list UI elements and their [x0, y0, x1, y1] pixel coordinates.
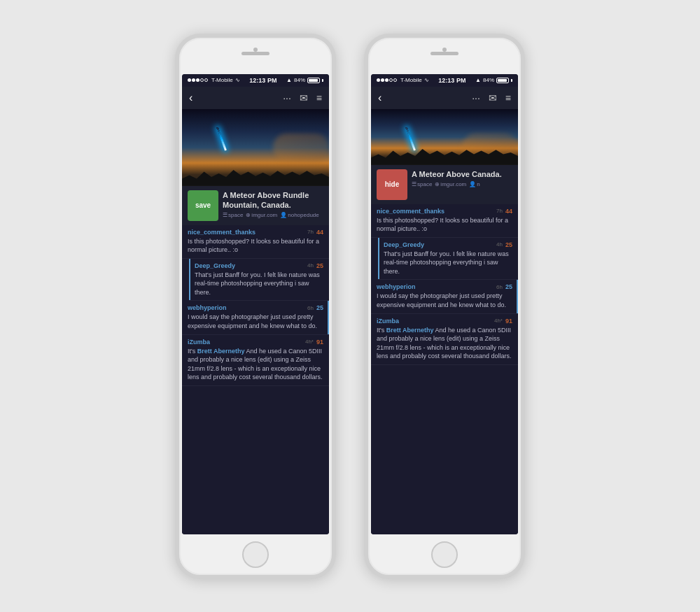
post-info-right: hide A Meteor Above Canada. ☰ space ⊕ im… [371, 165, 518, 204]
time-right: 12:13 PM [438, 77, 465, 84]
comments-right: nice_comment_thanks 7h 44 Is this photos… [371, 204, 518, 534]
tag-user-left[interactable]: 👤 nohopedude [280, 212, 319, 218]
signal-dot-r5 [393, 78, 397, 82]
comment-3-time-left: 6h [307, 305, 314, 311]
location-icon-right: ▲ [475, 77, 481, 83]
tag-user-right[interactable]: 👤 n [469, 181, 479, 187]
comment-1-meta-right: 7h 44 [496, 208, 512, 215]
comment-2-time-right: 4h [496, 241, 503, 248]
screen-left: T-Mobile ∿ 12:13 PM ▲ 84% ‹ ··· [182, 74, 329, 534]
wifi-icon-left: ∿ [235, 77, 240, 83]
comment-4-score-right: 91 [505, 318, 512, 325]
time-left: 12:13 PM [249, 77, 276, 84]
phone-left: T-Mobile ∿ 12:13 PM ▲ 84% ‹ ··· [175, 34, 336, 579]
comment-1-username-right[interactable]: nice_comment_thanks [377, 208, 444, 215]
comment-3-header-left: webhyperion 6h 25 [188, 304, 323, 311]
comment-1-header-right: nice_comment_thanks 7h 44 [377, 208, 512, 215]
comment-4-time-right: 4h* [494, 318, 503, 324]
comment-4-text-right: It's Brett Abernethy And he used a Canon… [377, 326, 512, 361]
tag-imgur-label-left: imgur.com [251, 212, 277, 218]
battery-fill-right [498, 79, 507, 82]
signal-dot-5 [204, 78, 208, 82]
comment-2-time-left: 4h [307, 262, 314, 269]
comment-3-username-right[interactable]: webhyperion [377, 283, 416, 290]
signal-dot-3 [196, 78, 200, 82]
battery-pct-left: 84% [294, 77, 305, 83]
comment-3-left: webhyperion 6h 25 I would say the photog… [182, 301, 329, 334]
comment-4-score-left: 91 [316, 339, 323, 346]
status-right-left: ▲ 84% [286, 77, 323, 83]
more-icon-left[interactable]: ··· [283, 92, 291, 104]
tag-icon-left: ☰ [223, 212, 227, 218]
comment-1-username-left[interactable]: nice_comment_thanks [188, 229, 255, 236]
tag-imgur-right[interactable]: ⊕ imgur.com [435, 181, 466, 187]
battery-fill-left [309, 79, 318, 82]
tag-imgur-icon-left: ⊕ [246, 212, 251, 218]
home-button-left[interactable] [242, 541, 269, 568]
signal-dot-r1 [377, 78, 380, 82]
signal-left [188, 78, 208, 82]
mail-icon-right[interactable]: ✉ [489, 92, 497, 104]
status-right-right: ▲ 84% [475, 77, 512, 83]
hide-button-right[interactable]: hide [377, 169, 407, 200]
photo-left [182, 109, 329, 186]
home-button-right[interactable] [431, 541, 458, 568]
battery-tip-right [511, 79, 512, 82]
comment-2-text-left: That's just Banff for you. I felt like n… [195, 271, 323, 297]
tag-imgur-icon-right: ⊕ [435, 181, 440, 187]
tag-space-left[interactable]: ☰ space [223, 212, 243, 218]
status-bar-left: T-Mobile ∿ 12:13 PM ▲ 84% [182, 74, 329, 87]
comment-1-header-left: nice_comment_thanks 7h 44 [188, 229, 323, 236]
status-bar-right: T-Mobile ∿ 12:13 PM ▲ 84% [371, 74, 518, 87]
comment-1-score-right: 44 [505, 208, 512, 215]
comment-4-meta-right: 4h* 91 [494, 318, 512, 325]
speaker-right [430, 52, 458, 55]
comment-3-meta-right: 6h 25 [496, 283, 512, 290]
comment-4-text-left: It's Brett Abernethy And he used a Canon… [188, 347, 323, 382]
mail-icon-left[interactable]: ✉ [300, 92, 308, 104]
meteor-left [216, 127, 227, 150]
tag-space-right[interactable]: ☰ space [412, 181, 432, 187]
tag-space-label-left: space [228, 212, 243, 218]
battery-bar-left [307, 78, 320, 83]
back-button-right[interactable]: ‹ [378, 92, 382, 104]
more-icon-right[interactable]: ··· [472, 92, 480, 104]
comment-3-username-left[interactable]: webhyperion [188, 304, 227, 311]
comment-4-meta-left: 4h* 91 [305, 339, 323, 346]
carrier-right: T-Mobile [400, 77, 422, 83]
comment-2-meta-right: 4h 25 [496, 241, 512, 248]
comment-3-score-right: 25 [505, 283, 512, 290]
speaker-left [241, 52, 270, 55]
battery-pct-right: 84% [483, 77, 494, 83]
comment-2-meta-left: 4h 25 [307, 262, 323, 269]
comment-2-username-right[interactable]: Deep_Greedy [384, 241, 424, 248]
nav-right-right: ··· ✉ ≡ [472, 92, 511, 104]
menu-icon-right[interactable]: ≡ [505, 92, 511, 104]
signal-dot-1 [188, 78, 191, 82]
post-tags-left: ☰ space ⊕ imgur.com 👤 nohopedude [223, 212, 323, 218]
comment-3-indicator-left [328, 301, 329, 334]
battery-tip-left [322, 79, 323, 82]
post-title-right: A Meteor Above Canada. [412, 169, 512, 179]
comment-2-left: Deep_Greedy 4h 25 That's just Banff for … [189, 259, 329, 301]
comment-2-score-right: 25 [505, 241, 512, 248]
comment-3-header-right: webhyperion 6h 25 [377, 283, 512, 290]
comment-2-username-left[interactable]: Deep_Greedy [195, 262, 235, 269]
comment-4-username-right[interactable]: iZumba [377, 318, 399, 325]
carrier-left: T-Mobile [211, 77, 233, 83]
save-button-left[interactable]: save [188, 190, 218, 221]
menu-icon-left[interactable]: ≡ [316, 92, 322, 104]
phone-right: T-Mobile ∿ 12:13 PM ▲ 84% ‹ ··· [364, 34, 525, 579]
comment-4-left: iZumba 4h* 91 It's Brett Abernethy And h… [182, 335, 329, 386]
tag-imgur-left[interactable]: ⊕ imgur.com [246, 212, 277, 218]
tag-user-icon-right: 👤 [469, 181, 476, 187]
photo-right [371, 109, 518, 165]
battery-bar-right [496, 78, 509, 83]
comment-2-right: Deep_Greedy 4h 25 That's just Banff for … [378, 238, 518, 280]
highlight-name-right: Brett Abernethy [386, 327, 434, 334]
back-button-left[interactable]: ‹ [189, 92, 192, 104]
tag-user-label-left: nohopedude [288, 212, 319, 218]
post-details-left: A Meteor Above Rundle Mountain, Canada. … [223, 190, 323, 221]
comment-4-time-left: 4h* [305, 339, 314, 345]
comment-4-username-left[interactable]: iZumba [188, 339, 210, 346]
